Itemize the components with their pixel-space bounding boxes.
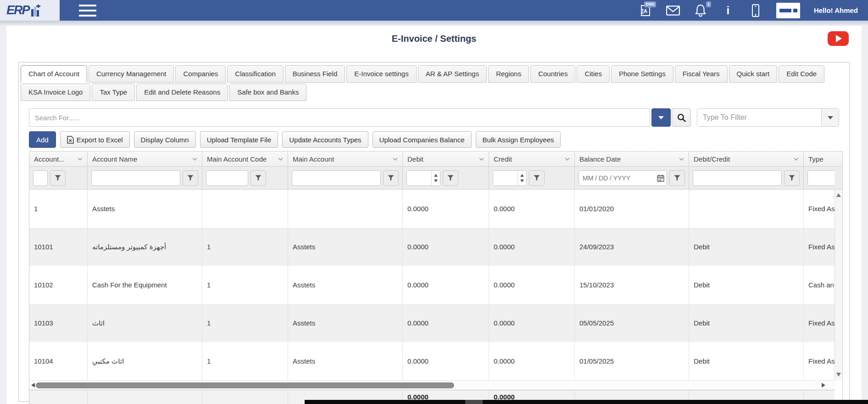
excel-icon [67, 136, 74, 144]
column-header-debit_credit[interactable]: Debit/Credit [689, 152, 804, 167]
column-header-balance_date[interactable]: Balance Date [575, 152, 689, 167]
grid-row[interactable]: 1Asstets0.00000.000001/01/2020Fixed As [29, 190, 835, 228]
chevron-down-icon[interactable] [793, 157, 800, 162]
upload-companies-balance-button[interactable]: Upload Companies Balance [373, 131, 472, 148]
filter-input-account_name[interactable] [91, 170, 180, 186]
filter-input-main_account[interactable] [292, 170, 381, 186]
grid-row[interactable]: 10104اثاث مكتبي1Asstets0.00000.000001/05… [29, 342, 835, 380]
column-header-debit[interactable]: Debit [403, 152, 489, 167]
main-card: E-Invoice / Settings Chart of AccountCur… [6, 26, 862, 404]
filter-button-balance_date[interactable] [669, 170, 685, 186]
youtube-button[interactable] [828, 31, 849, 46]
grid-row[interactable]: 10103اثاث1Asstets0.00000.000005/05/2025D… [29, 304, 835, 342]
bell-icon[interactable]: 1 [694, 3, 707, 18]
type-filter-dropdown-button[interactable] [821, 109, 839, 126]
upload-template-file-button[interactable]: Upload Template File [200, 131, 278, 148]
chevron-down-icon[interactable] [77, 157, 83, 162]
horizontal-scrollbar-thumb[interactable] [36, 382, 454, 388]
filter-button-debit_credit[interactable] [784, 170, 800, 186]
vertical-scrollbar[interactable] [835, 190, 842, 380]
display-column-button[interactable]: Display Column [134, 131, 196, 148]
tab-classification[interactable]: Classification [227, 65, 283, 83]
tab-ar-ap-settings[interactable]: AR & AP Settings [418, 65, 487, 83]
filter-input-type[interactable] [807, 170, 835, 186]
tab-safe-box-and-banks[interactable]: Safe box and Banks [229, 84, 306, 101]
filter-input-account_code[interactable] [33, 170, 48, 186]
bulk-assign-employees-button[interactable]: Bulk Assign Employees [476, 131, 561, 148]
page-title: E-Invoice / Settings [392, 34, 476, 44]
chevron-down-icon[interactable] [191, 157, 198, 162]
tab-ksa-invoice-logo[interactable]: KSA Invoice Logo [21, 84, 90, 101]
filter-funnel-icon [674, 175, 680, 181]
filter-button-credit[interactable] [529, 170, 545, 186]
filter-input-balance_date[interactable] [579, 174, 655, 182]
tab-edit-and-delete-reasons[interactable]: Edit and Delete Reasons [136, 84, 228, 101]
cell-account_code: 10103 [29, 304, 88, 342]
tab-edit-code[interactable]: Edit Code [779, 65, 824, 83]
tab-phone-settings[interactable]: Phone Settings [611, 65, 673, 83]
chevron-down-icon[interactable] [678, 157, 685, 162]
tab-business-field[interactable]: Business Field [285, 65, 345, 83]
filter-button-debit[interactable] [443, 170, 458, 186]
scroll-left-icon[interactable] [31, 383, 35, 387]
tab-currency-management[interactable]: Currency Management [89, 65, 174, 83]
language-icon[interactable]: A ENG [639, 3, 652, 18]
tab-e-invoice-settings[interactable]: E-Invoice settings [346, 65, 416, 83]
filter-button-main_account_code[interactable] [250, 170, 266, 186]
tab-tax-type[interactable]: Tax Type [92, 84, 135, 101]
filter-button-account_name[interactable] [183, 170, 198, 186]
scroll-right-icon[interactable] [822, 383, 825, 387]
company-logo[interactable] [776, 3, 800, 18]
filter-button-account_code[interactable] [50, 170, 66, 186]
horizontal-scrollbar[interactable] [29, 380, 835, 390]
filter-input-debit_credit[interactable] [693, 170, 782, 186]
filter-input-debit[interactable] [407, 171, 431, 185]
chevron-down-icon[interactable] [564, 157, 571, 162]
tab-cities[interactable]: Cities [577, 65, 610, 83]
tab-fiscal-years[interactable]: Fiscal Years [675, 65, 728, 83]
filter-input-main_account_code[interactable] [206, 170, 248, 186]
vertical-scrollbar-column [835, 152, 842, 404]
export-to-excel-button[interactable]: Export to Excel [60, 131, 130, 148]
cell-debit_credit: Debit [689, 266, 804, 304]
menu-hamburger-icon[interactable] [79, 5, 96, 17]
column-header-credit[interactable]: Credit [489, 152, 575, 167]
filter-cell-account_code [29, 167, 88, 190]
chevron-down-icon[interactable] [392, 157, 399, 162]
type-filter-input[interactable] [697, 109, 821, 126]
filter-button-main_account[interactable] [383, 170, 399, 186]
search-button[interactable] [672, 108, 691, 127]
cell-debit_credit: Debit [689, 304, 804, 342]
cell-credit: 0.0000 [489, 342, 575, 380]
cell-account_name: Cash For the Equipment [88, 266, 202, 304]
app-logo[interactable]: ERP [0, 0, 60, 21]
number-spinner[interactable] [431, 171, 440, 185]
filter-input-credit[interactable] [493, 171, 517, 185]
search-input[interactable] [29, 108, 650, 127]
tab-regions[interactable]: Regions [488, 65, 529, 83]
column-header-main_account_code[interactable]: Main Account Code [202, 152, 288, 167]
chevron-down-icon[interactable] [478, 157, 485, 162]
tab-companies[interactable]: Companies [175, 65, 226, 83]
info-icon[interactable]: i [721, 3, 735, 18]
grid-filter-row [29, 167, 835, 190]
add-button[interactable]: Add [29, 131, 56, 148]
column-header-account_name[interactable]: Account Name [88, 152, 202, 167]
column-header-main_account[interactable]: Main Account [288, 152, 403, 167]
scroll-up-icon[interactable] [836, 193, 841, 197]
tab-quick-start[interactable]: Quick start [729, 65, 778, 83]
date-picker-button[interactable] [655, 171, 667, 185]
search-dropdown-button[interactable] [651, 108, 671, 127]
column-header-account_code[interactable]: Account... [29, 152, 88, 167]
column-header-type[interactable]: Type [804, 152, 835, 167]
chevron-down-icon[interactable] [277, 157, 284, 162]
update-accounts-types-button[interactable]: Update Accounts Types [282, 131, 368, 148]
grid-row[interactable]: 10102Cash For the Equipment1Asstets0.000… [29, 266, 835, 304]
tab-chart-of-account[interactable]: Chart of Account [21, 65, 87, 83]
mobile-icon[interactable] [749, 3, 762, 18]
mail-icon[interactable] [666, 3, 680, 18]
scroll-down-icon[interactable] [836, 373, 841, 376]
number-spinner[interactable] [517, 171, 526, 185]
tab-countries[interactable]: Countries [530, 65, 575, 83]
grid-row[interactable]: 10101أجهزة كمبيوتر ومستلزماته1Asstets0.0… [29, 228, 835, 266]
